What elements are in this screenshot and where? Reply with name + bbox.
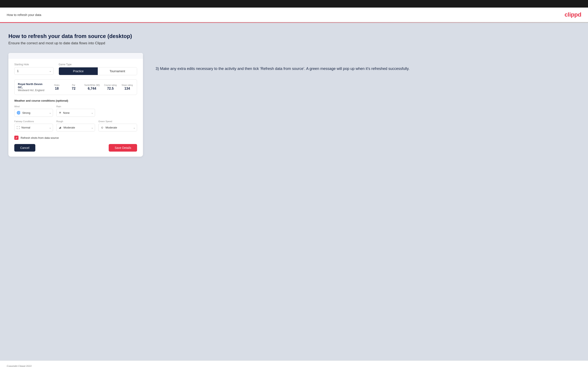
page-subheading: Ensure the correct and most up to date d… [9,41,579,45]
form-card: Starting Hole 1 ⌄ Game Type Practice Tou… [9,53,143,157]
footer: Copyright Clippd 2022 [0,360,588,367]
save-details-button[interactable]: Save Details [109,144,137,152]
course-row: Royal North Devon GC, Westward Ho!, Engl… [14,79,137,95]
checkmark-icon: ✓ [15,136,18,139]
right-description: 3) Make any extra edits necessary to the… [156,53,579,72]
footer-copyright: Copyright Clippd 2022 [7,365,32,367]
game-type-label: Game Type [59,63,137,66]
green-speed-label: Green Speed [98,120,137,123]
button-row: Cancel Save Details [14,144,137,152]
rough-icon: ⛸ [59,126,62,129]
holes-value: 18 [55,87,59,91]
yards-value: 6,744 [88,87,96,91]
rain-label: Rain [56,105,95,108]
course-name: Royal North Devon GC, Westward Ho!, Engl… [18,83,46,92]
wind-icon: 🌀 [17,111,21,115]
fairway-icon: ⛶ [17,126,20,129]
starting-hole-label: Starting Hole [14,63,54,66]
starting-hole-select[interactable]: 1 ⌄ [14,67,54,75]
rain-value: None [63,111,69,114]
wind-rain-group: Wind 🌀 Strong ⌄ Rain ☀ None ⌄ [14,105,137,117]
slope-rating-value: 134 [124,87,130,91]
green-speed-field: Green Speed ⛭ Moderate ⌄ [98,120,137,131]
green-speed-icon: ⛭ [101,126,104,129]
fairway-select[interactable]: ⛶ Normal ⌄ [14,124,53,131]
rain-select[interactable]: ☀ None ⌄ [56,109,95,117]
refresh-checkbox-row: ✓ Refresh shots from data source [14,136,137,140]
refresh-checkbox-label: Refresh shots from data source [21,136,59,139]
rough-field: Rough ⛸ Moderate ⌄ [56,120,95,131]
wind-value: Strong [22,111,30,114]
course-rating-value: 72.5 [107,87,113,91]
starting-hole-gametype-group: Starting Hole 1 ⌄ Game Type Practice Tou… [14,63,137,75]
fairway-field: Fairway Conditions ⛶ Normal ⌄ [14,120,53,131]
content-row: Starting Hole 1 ⌄ Game Type Practice Tou… [9,53,579,157]
wind-field: Wind 🌀 Strong ⌄ [14,105,53,117]
holes-stat: Holes 18 [51,84,63,91]
yards-label: Yards/White (M)) [84,84,100,86]
par-value: 72 [72,87,76,91]
course-rating-label: Course rating [104,84,117,86]
rain-chevron-icon: ⌄ [91,111,93,114]
header: How to refresh your data clippd [0,8,588,22]
game-type-buttons: Practice Tournament [59,67,137,75]
chevron-down-icon: ⌄ [49,69,51,72]
par-label: Par [72,84,75,86]
refresh-checkbox[interactable]: ✓ [14,136,18,140]
starting-hole-value: 1 [17,69,19,73]
description-text: 3) Make any extra edits necessary to the… [156,66,579,72]
rough-value: Moderate [63,126,75,129]
weather-section-title: Weather and course conditions (optional) [14,99,137,102]
cancel-button[interactable]: Cancel [14,144,35,152]
course-name-main: Royal North Devon GC, [18,83,46,89]
wind-chevron-icon: ⌄ [49,111,51,114]
fairway-label: Fairway Conditions [14,120,53,123]
yards-stat: Yards/White (M)) 6,744 [84,84,100,91]
green-speed-value: Moderate [105,126,117,129]
fairway-chevron-icon: ⌄ [49,126,51,129]
slope-rating-label: Slope rating [121,84,133,86]
slope-rating-stat: Slope rating 134 [121,84,133,91]
tournament-button[interactable]: Tournament [98,67,137,75]
game-type-field: Game Type Practice Tournament [59,63,137,75]
conditions-row-2: Fairway Conditions ⛶ Normal ⌄ Rough ⛸ Mo… [14,120,137,131]
rough-chevron-icon: ⌄ [91,126,93,129]
page-heading: How to refresh your data from source (de… [9,33,579,40]
practice-button[interactable]: Practice [59,67,98,75]
rain-icon: ☀ [59,111,61,115]
rough-select[interactable]: ⛸ Moderate ⌄ [56,124,95,131]
rough-label: Rough [56,120,95,123]
header-title: How to refresh your data [7,13,41,17]
fairway-value: Normal [21,126,30,129]
holes-label: Holes [54,84,60,86]
wind-label: Wind [14,105,53,108]
green-speed-select[interactable]: ⛭ Moderate ⌄ [98,124,137,131]
rain-field: Rain ☀ None ⌄ [56,105,95,117]
logo: clippd [565,11,581,18]
par-stat: Par 72 [67,84,80,91]
top-bar [0,0,588,8]
course-rating-stat: Course rating 72.5 [104,84,117,91]
starting-hole-field: Starting Hole 1 ⌄ [14,63,54,75]
wind-select[interactable]: 🌀 Strong ⌄ [14,109,53,117]
green-speed-chevron-icon: ⌄ [133,126,135,129]
form-card-top [9,53,143,59]
course-name-sub: Westward Ho!, England [18,89,46,92]
main-content: How to refresh your data from source (de… [0,23,588,360]
